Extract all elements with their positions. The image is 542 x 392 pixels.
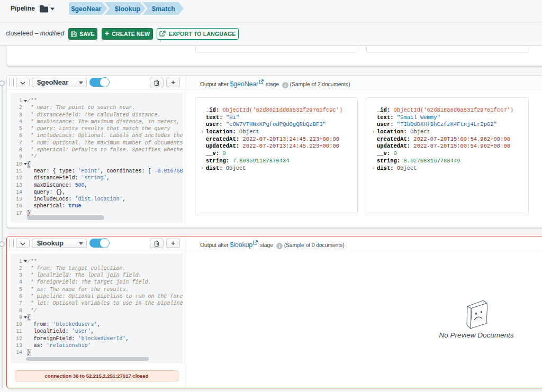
svg-text:$geoNear: $geoNear <box>71 5 102 13</box>
svg-text:$match: $match <box>152 5 175 13</box>
svg-text:$lookup: $lookup <box>115 5 140 13</box>
